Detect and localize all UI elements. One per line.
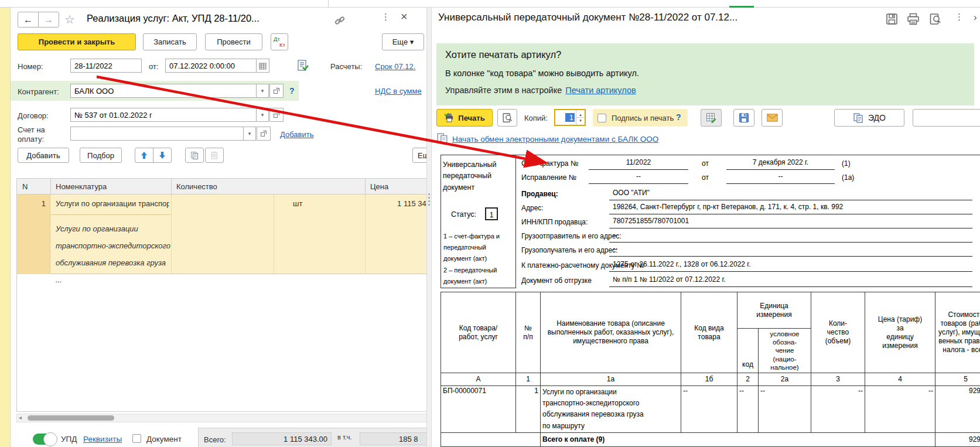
doc-row-value: 7807251855/780701001 xyxy=(609,217,972,228)
date-input[interactable]: 07.12.2022 0:00:00 xyxy=(165,59,257,73)
window-splitter[interactable] xyxy=(426,8,432,447)
ptable-cell-num: 1 xyxy=(516,386,541,433)
doc-from-label2: от xyxy=(702,173,709,182)
total-value-field: 1 115 343.00 xyxy=(232,432,332,445)
calendar-icon[interactable] xyxy=(256,59,269,73)
horizontal-scrollbar[interactable]: ◂ xyxy=(16,414,436,422)
items-add-button[interactable]: Добавить xyxy=(18,148,69,163)
post-button[interactable]: Провести xyxy=(205,33,262,50)
doc-box-border xyxy=(441,155,441,288)
counterparty-input[interactable]: БАЛК ООО xyxy=(70,84,257,98)
preview-button[interactable] xyxy=(497,109,517,127)
close-icon[interactable]: × xyxy=(401,10,408,23)
print-window-title: Универсальный передаточный документ №28-… xyxy=(438,12,879,23)
row-inner-divider xyxy=(51,214,171,215)
column-header-price[interactable]: Цена xyxy=(370,182,388,191)
stepper-arrows[interactable]: ▴▾ xyxy=(576,110,585,125)
start-edo-exchange-link[interactable]: Начать обмен электронными документами с … xyxy=(452,135,658,144)
invoice-add-link[interactable]: Добавить xyxy=(280,130,313,139)
preview-page-icon xyxy=(502,112,513,123)
write-button[interactable]: Записать xyxy=(143,33,197,50)
more-label: Еще ▾ xyxy=(392,37,414,46)
ptable-index-cell: 2 xyxy=(737,373,759,386)
column-header-n[interactable]: N xyxy=(22,182,28,191)
items-table-border xyxy=(16,195,17,412)
ptable-cell-cost: 929 xyxy=(935,386,980,433)
scrollbar-thumb[interactable] xyxy=(28,415,114,421)
more-button[interactable]: Еще ▾ xyxy=(382,33,424,50)
ptable-index-cell: 3 xyxy=(811,373,865,386)
document-checkbox[interactable] xyxy=(132,434,141,443)
upd-toggle[interactable] xyxy=(33,434,55,445)
window-chevron-icon[interactable]: › xyxy=(974,12,977,23)
sign-and-print-checkbox[interactable] xyxy=(597,114,606,122)
ptable-header-unit-name: условное обозна- чение (нацио- нальное) xyxy=(759,329,811,373)
doc-fix-date: -- xyxy=(726,172,835,184)
contract-input[interactable]: № 537 от 01.02.2022 г xyxy=(70,108,257,122)
post-and-close-button[interactable]: Провести и закрыть xyxy=(18,33,136,50)
active-tab-indicator xyxy=(729,6,754,8)
counterparty-help-icon[interactable]: ? xyxy=(289,86,295,95)
splitter-handle-icon[interactable] xyxy=(428,193,430,206)
ptable-total-row: Всего к оплате (9) 929 xyxy=(441,432,980,446)
invoice-label-line1: Счет на xyxy=(18,125,45,134)
get-link-icon[interactable] xyxy=(334,15,346,26)
send-email-button[interactable] xyxy=(762,109,783,127)
preview-icon[interactable] xyxy=(929,13,941,25)
column-header-nomenclature[interactable]: Номенклатура xyxy=(56,182,107,191)
vat-link[interactable]: НДС в сумме xyxy=(375,87,422,95)
copy-row-button[interactable] xyxy=(185,148,204,163)
post-label: Провести xyxy=(217,37,251,46)
save-icon[interactable] xyxy=(886,13,898,25)
contract-open-icon[interactable] xyxy=(269,108,284,122)
doc-row-label: Продавец: xyxy=(521,190,558,198)
items-pick-button[interactable]: Подбор xyxy=(80,148,122,163)
save-file-button[interactable] xyxy=(733,109,754,127)
forward-button[interactable]: → xyxy=(38,12,59,28)
number-input[interactable]: 28-11/2022 xyxy=(70,59,142,73)
invoice-dropdown-icon[interactable]: ▾ xyxy=(243,127,256,141)
header-divider xyxy=(365,179,366,195)
ptable-header-unit: Единица измерения xyxy=(737,292,811,329)
copies-stepper[interactable]: 1 ▴▾ xyxy=(554,109,586,126)
arrow-down-icon xyxy=(159,151,166,159)
column-header-quantity[interactable]: Количество xyxy=(176,182,217,191)
settlements-term-link[interactable]: Срок 07.12. xyxy=(375,62,415,71)
ptable-header-name: Наименование товара (описание выполненны… xyxy=(541,292,681,373)
doc-from-label: от xyxy=(702,159,709,168)
sign-help-icon[interactable]: ? xyxy=(676,112,681,122)
scroll-left-icon[interactable]: ◂ xyxy=(19,414,22,421)
invoice-open-icon[interactable] xyxy=(257,127,271,141)
banner-title: Хотите печатать артикул? xyxy=(445,49,561,60)
invoice-input[interactable] xyxy=(70,127,244,141)
contract-dropdown-icon[interactable]: ▾ xyxy=(256,108,269,122)
header-divider xyxy=(171,179,172,195)
doc-row-value: № п/п 1 № 11/2022 от 07.12.2022 г. xyxy=(609,275,972,287)
banner-manage-row: Управляйте этим в настройке Печати артик… xyxy=(445,86,636,95)
counterparty-open-icon[interactable] xyxy=(269,84,284,98)
settlements-doc-icon[interactable] xyxy=(296,59,309,72)
doc-row-value: ООО "АТИ" xyxy=(609,189,972,200)
edo-button[interactable]: ЭДО xyxy=(834,109,904,127)
move-up-button[interactable] xyxy=(135,148,153,163)
doc-mark1: (1) xyxy=(842,159,851,168)
kebab-menu-icon[interactable]: ⋮ xyxy=(381,12,390,22)
printer-icon[interactable] xyxy=(907,13,920,25)
move-down-button[interactable] xyxy=(153,148,172,163)
print-button[interactable]: Печать xyxy=(436,109,493,127)
article-settings-link[interactable]: Печати артикулов xyxy=(565,86,636,95)
counterparty-dropdown-icon[interactable]: ▾ xyxy=(256,84,269,98)
requisites-link[interactable]: Реквизиты xyxy=(83,435,122,443)
back-arrow-icon: ← xyxy=(23,15,33,25)
back-button[interactable]: ← xyxy=(18,12,39,28)
edit-layout-button[interactable] xyxy=(701,109,722,127)
print-kebab-menu-icon[interactable]: ⋮ xyxy=(955,12,964,22)
ptable-index-cell: А xyxy=(441,373,516,386)
document-checkbox-label: Документ xyxy=(146,435,182,443)
toolbar-extra-button[interactable] xyxy=(913,109,980,127)
row-description: Услуги по организации транспортно-экспед… xyxy=(56,220,170,288)
dtkt-button[interactable]: Дт Кт xyxy=(271,33,288,50)
favorite-star-icon[interactable]: ☆ xyxy=(64,12,75,26)
date-from-label: от: xyxy=(149,62,159,71)
paste-row-button[interactable] xyxy=(205,148,224,163)
